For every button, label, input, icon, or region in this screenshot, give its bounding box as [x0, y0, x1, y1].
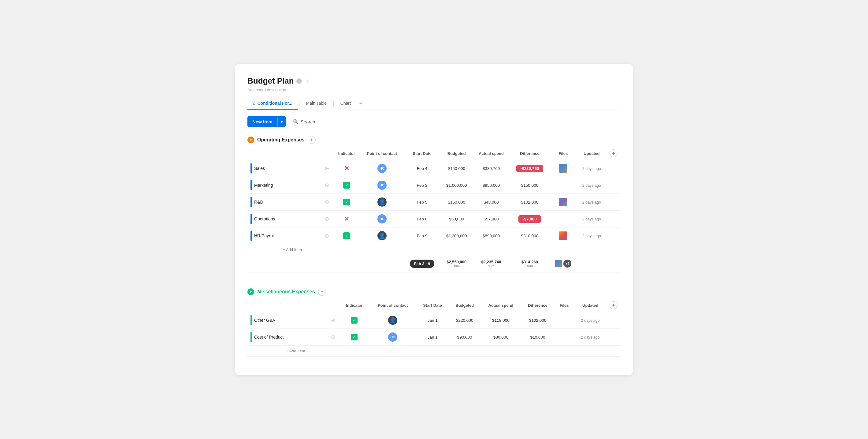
row-diff-rd: $102,000: [510, 194, 550, 211]
section-collapse-operating[interactable]: ▾: [247, 137, 254, 143]
table-row: HR/Payroll ⊕ ✓ 👤 Feb 9 $1,200,000 $890,0…: [247, 228, 621, 244]
row-add-hr[interactable]: ⊕: [320, 228, 333, 244]
row-contact-cost-product: HC: [369, 329, 416, 346]
misc-col-header-actual-spend: Actual spend: [480, 299, 521, 312]
row-budgeted-cost-product: $90,000: [449, 329, 480, 346]
page-container: Budget Plan i ☆ Add board description ⌂ …: [235, 64, 633, 375]
row-name-rd: R&D: [247, 194, 320, 211]
section-header-misc: ▾ Miscellaneous Expenses +: [247, 288, 621, 296]
row-diff-marketing: $150,000: [510, 177, 550, 194]
row-diff-sales: -$239,760: [510, 160, 550, 177]
row-updated-cost-product: 2 days ago: [574, 329, 607, 346]
row-budgeted-sales: $150,000: [440, 160, 472, 177]
home-icon: ⌂: [253, 101, 255, 106]
operating-col-headers: Indicator Point of contact Start Date Bu…: [247, 147, 621, 160]
col-header-name: [247, 147, 320, 160]
row-budgeted-other-ga: $220,000: [449, 312, 480, 329]
new-item-button[interactable]: New Item ▾: [247, 116, 286, 127]
table-row: Sales ⊕ ✕ HC Feb 4 $150,000 $389,760 -$2…: [247, 160, 621, 177]
row-indicator-other-ga: ✓: [340, 312, 369, 329]
row-actual-cost-product: $80,000: [480, 329, 521, 346]
summary-row-operating: Feb 3 - 9 $2,550,000sum $2,235,740sum $3…: [247, 255, 621, 272]
row-actual-operations: $57,980: [472, 211, 510, 228]
tab-add-button[interactable]: +: [356, 98, 366, 109]
misc-col-header-name: [247, 299, 327, 312]
misc-col-header-indicator: Indicator: [340, 299, 369, 312]
row-diff-other-ga: $102,000: [521, 312, 555, 329]
col-header-budgeted: Budgeted: [440, 147, 472, 160]
summary-budgeted-operating: $2,550,000sum: [440, 255, 472, 272]
row-actual-rd: $48,000: [472, 194, 510, 211]
add-item-row-misc: + Add Item: [247, 346, 621, 357]
row-actual-other-ga: $118,000: [480, 312, 521, 329]
row-indicator-sales: ✕: [333, 160, 360, 177]
row-add-operations[interactable]: ⊕: [320, 211, 333, 228]
row-indicator-operations: ✕: [333, 211, 360, 228]
tab-chart[interactable]: Chart: [335, 98, 356, 110]
row-files-hr: [550, 228, 577, 244]
row-files-rd: [550, 194, 577, 211]
summary-empty-operating: [247, 255, 333, 272]
row-actual-marketing: $850,000: [472, 177, 510, 194]
add-item-btn-operating[interactable]: + Add Item: [247, 244, 333, 255]
row-contact-operations: HC: [360, 211, 404, 228]
new-item-arrow-icon[interactable]: ▾: [277, 117, 286, 127]
row-add-rd[interactable]: ⊕: [320, 194, 333, 211]
table-row: R&D ⊕ ✓ 👤 Feb 5 $150,000 $48,000 $102,00…: [247, 194, 621, 211]
search-label: Search: [301, 119, 315, 124]
row-date-sales: Feb 4: [404, 160, 441, 177]
col-header-actual-spend: Actual spend: [472, 147, 510, 160]
row-indicator-marketing: ✓: [333, 177, 360, 194]
section-add-col-operating[interactable]: +: [308, 136, 316, 144]
board-description[interactable]: Add board description: [247, 88, 621, 92]
misc-col-header-start-date: Start Date: [416, 299, 449, 312]
col-header-indicator: Indicator: [333, 147, 360, 160]
row-budgeted-hr: $1,200,000: [440, 228, 472, 244]
row-extra-hr: [607, 228, 621, 244]
row-add-marketing[interactable]: ⊕: [320, 177, 333, 194]
row-contact-rd: 👤: [360, 194, 404, 211]
col-header-files: Files: [550, 147, 577, 160]
misc-col-header-contact: Point of contact: [369, 299, 416, 312]
info-icon[interactable]: i: [297, 78, 302, 84]
summary-contact: [360, 255, 404, 272]
col-header-add-col: +: [607, 147, 621, 160]
misc-col-header-files: Files: [555, 299, 575, 312]
row-files-operations: [550, 211, 577, 228]
row-name-sales: Sales: [247, 160, 320, 177]
summary-files-operating: +2: [550, 255, 577, 272]
section-collapse-misc[interactable]: ▾: [247, 288, 254, 295]
add-column-btn-misc[interactable]: +: [610, 301, 618, 309]
add-item-btn-misc[interactable]: + Add Item: [247, 346, 340, 357]
row-extra-rd: [607, 194, 621, 211]
misc-tbody: Other G&A ⊕ ✓ 👤 Jan 1 $220,000 $118,000 …: [247, 312, 621, 357]
row-add-cost-product[interactable]: ⊕: [327, 329, 340, 346]
operating-table-wrapper: Indicator Point of contact Start Date Bu…: [247, 147, 621, 272]
section-header-operating: ▾ Operating Expenses +: [247, 136, 621, 144]
table-row: Other G&A ⊕ ✓ 👤 Jan 1 $220,000 $118,000 …: [247, 312, 621, 329]
star-icon[interactable]: ☆: [304, 78, 309, 85]
row-contact-sales: HC: [360, 160, 404, 177]
tab-conditional[interactable]: ⌂ Conditional For...: [247, 98, 298, 110]
row-add-other-ga[interactable]: ⊕: [327, 312, 340, 329]
add-column-btn-operating[interactable]: +: [610, 149, 618, 157]
row-name-operations: Operations: [247, 211, 320, 228]
misc-col-header-add: [327, 299, 340, 312]
row-actual-sales: $389,760: [472, 160, 510, 177]
row-add-sales[interactable]: ⊕: [320, 160, 333, 177]
misc-table-wrapper: Indicator Point of contact Start Date Bu…: [247, 299, 621, 357]
summary-actual-operating: $2,235,740sum: [472, 255, 510, 272]
row-extra-other-ga: [607, 312, 621, 329]
row-files-marketing: [550, 177, 577, 194]
row-updated-other-ga: 2 days ago: [574, 312, 607, 329]
section-title-operating: Operating Expenses: [257, 137, 305, 143]
section-add-col-misc[interactable]: +: [318, 288, 326, 296]
row-contact-other-ga: 👤: [369, 312, 416, 329]
row-date-operations: Feb 8: [404, 211, 441, 228]
row-indicator-cost-product: ✓: [340, 329, 369, 346]
search-button[interactable]: 🔍 Search: [289, 117, 319, 127]
row-extra-sales: [607, 160, 621, 177]
tab-main-table[interactable]: Main Table: [300, 98, 332, 110]
tabs-row: ⌂ Conditional For... | Main Table | Char…: [247, 98, 621, 110]
row-extra-marketing: [607, 177, 621, 194]
